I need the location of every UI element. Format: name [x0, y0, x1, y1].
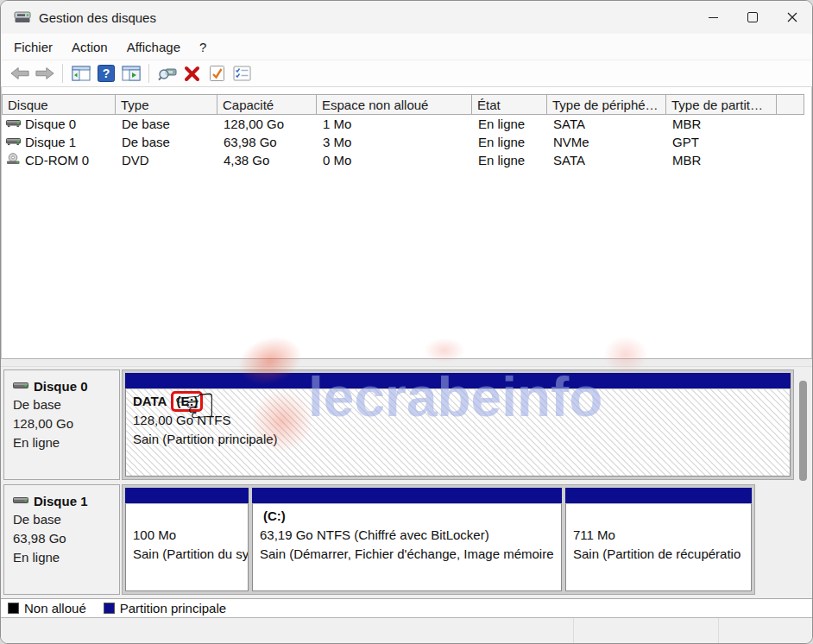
menu-help[interactable]: ? [190, 36, 216, 58]
device-search-icon[interactable] [155, 62, 179, 85]
partition-size-fs: 128,00 Go NTFS [133, 411, 783, 430]
row-capacity: 128,00 Go [217, 115, 317, 133]
title-bar: Gestion des disques [1, 1, 812, 34]
disk0-name: Disque 0 [34, 379, 88, 394]
close-icon [787, 12, 797, 22]
disk0-capacity: 128,00 Go [13, 415, 119, 432]
row-disk-name: CD-ROM 0 [25, 151, 89, 169]
column-header-empty[interactable] [777, 94, 804, 115]
disk0-status: En ligne [13, 434, 119, 451]
partition-color-bar [125, 373, 791, 388]
column-header-espace[interactable]: Espace non alloué [317, 94, 472, 115]
partition-label: (C:) [260, 507, 554, 526]
table-row-cdrom0[interactable]: CD-ROM 0 DVD 4,38 Go 0 Mo En ligne SATA … [2, 151, 811, 169]
status-pane [1, 618, 573, 643]
disk0-label-panel[interactable]: Disque 0 De base 128,00 Go En ligne [3, 369, 120, 480]
disk1-capacity: 63,98 Go [13, 530, 119, 546]
pointing-hand-icon: ☜ [171, 388, 220, 432]
partition-health: Sain (Partition principale) [133, 430, 783, 449]
hdd-icon [6, 133, 21, 151]
partition-label [133, 507, 241, 526]
checklist-icon[interactable] [230, 62, 254, 85]
close-button[interactable] [772, 1, 812, 34]
minimize-button[interactable] [693, 1, 733, 34]
partition-c[interactable]: (C:) 63,19 Go NTFS (Chiffré avec BitLock… [252, 488, 562, 591]
partition-size-fs: 63,19 Go NTFS (Chiffré avec BitLocker) [260, 526, 554, 545]
properties-check-icon[interactable] [205, 62, 229, 85]
column-header-capacite[interactable]: Capacité [217, 94, 317, 115]
partition-color-bar [565, 488, 752, 503]
table-row-disque0[interactable]: Disque 0 De base 128,00 Go 1 Mo En ligne… [2, 115, 811, 133]
table-row-disque1[interactable]: Disque 1 De base 63,98 Go 3 Mo En ligne … [2, 133, 811, 151]
partition-recovery[interactable]: 711 Mo Sain (Partition de récupératio [565, 488, 752, 591]
partition-size: 711 Mo [573, 526, 744, 545]
menu-fichier[interactable]: Fichier [4, 36, 62, 58]
graphical-view: Disque 0 De base 128,00 Go En ligne DATA… [1, 367, 812, 598]
row-status: En ligne [472, 115, 547, 133]
scrollbar-thumb[interactable] [799, 381, 807, 481]
row-disk-name: Disque 0 [25, 115, 76, 133]
row-disk-name: Disque 1 [25, 133, 76, 151]
partition-label [573, 507, 744, 526]
menu-action[interactable]: Action [62, 36, 117, 58]
disk1-label-panel[interactable]: Disque 1 De base 63,98 Go En ligne [3, 484, 120, 595]
cdrom-icon [6, 151, 21, 169]
row-capacity: 4,38 Go [217, 151, 317, 169]
column-header-disque[interactable]: Disque [2, 94, 116, 115]
partition-data-e[interactable]: DATA (E:) 128,00 Go NTFS Sain (Partition… [125, 373, 791, 477]
hdd-icon [6, 115, 21, 133]
row-partition-style: MBR [666, 151, 777, 169]
window-title: Gestion des disques [39, 10, 156, 25]
column-header-peripherique[interactable]: Type de périphé… [547, 94, 666, 115]
list-header: Disque Type Capacité Espace non alloué É… [2, 94, 811, 115]
row-status: En ligne [472, 133, 547, 151]
row-device-type: SATA [547, 151, 666, 169]
column-header-partition[interactable]: Type de partit… [666, 94, 777, 115]
row-type: DVD [116, 151, 217, 169]
partition-label: DATA [133, 392, 167, 411]
hdd-icon [13, 379, 28, 394]
delete-icon[interactable] [180, 62, 204, 85]
hdd-icon [13, 494, 28, 508]
menu-affichage[interactable]: Affichage [117, 36, 190, 58]
row-unallocated: 3 Mo [317, 133, 472, 151]
partition-health: Sain (Démarrer, Fichier d'échange, Image… [260, 545, 554, 564]
row-device-type: SATA [547, 115, 666, 133]
back-arrow-icon[interactable] [8, 62, 31, 85]
partition-system[interactable]: 100 Mo Sain (Partition du sy [125, 488, 249, 591]
row-unallocated: 0 Mo [317, 151, 472, 169]
disk0-partition-area: DATA (E:) 128,00 Go NTFS Sain (Partition… [122, 369, 794, 480]
minimize-icon [709, 17, 718, 18]
action-pane-icon[interactable] [119, 62, 142, 85]
disk0-type: De base [13, 396, 119, 413]
legend-primary-swatch [104, 603, 115, 614]
forward-arrow-icon[interactable] [33, 62, 56, 85]
column-header-etat[interactable]: État [472, 94, 547, 115]
svg-text:?: ? [102, 66, 110, 80]
help-icon[interactable]: ? [94, 62, 117, 85]
status-pane [718, 618, 812, 643]
disk1-status: En ligne [13, 549, 119, 565]
console-tree-icon[interactable] [69, 62, 92, 85]
toolbar-separator [62, 64, 63, 83]
maximize-button[interactable] [733, 1, 772, 34]
partition-color-bar [125, 488, 249, 503]
legend-unallocated-swatch [8, 603, 19, 614]
legend-bar: Non alloué Partition principale [1, 598, 812, 618]
row-unallocated: 1 Mo [317, 115, 472, 133]
legend-primary-label: Partition principale [120, 601, 226, 616]
status-bar [1, 618, 812, 643]
pane-splitter[interactable] [1, 358, 812, 367]
menu-bar: Fichier Action Affichage ? [1, 34, 812, 60]
column-header-type[interactable]: Type [116, 94, 217, 115]
toolbar: ? [1, 60, 812, 87]
row-type: De base [116, 133, 217, 151]
row-capacity: 63,98 Go [217, 133, 317, 151]
vertical-scrollbar[interactable] [796, 369, 810, 594]
status-pane [573, 618, 718, 643]
row-partition-style: MBR [666, 115, 777, 133]
disk1-name: Disque 1 [34, 494, 88, 508]
partition-health: Sain (Partition du sy [133, 545, 241, 564]
disk1-partition-area: 100 Mo Sain (Partition du sy (C:) 63,19 … [122, 484, 755, 595]
partition-health: Sain (Partition de récupératio [573, 545, 744, 564]
